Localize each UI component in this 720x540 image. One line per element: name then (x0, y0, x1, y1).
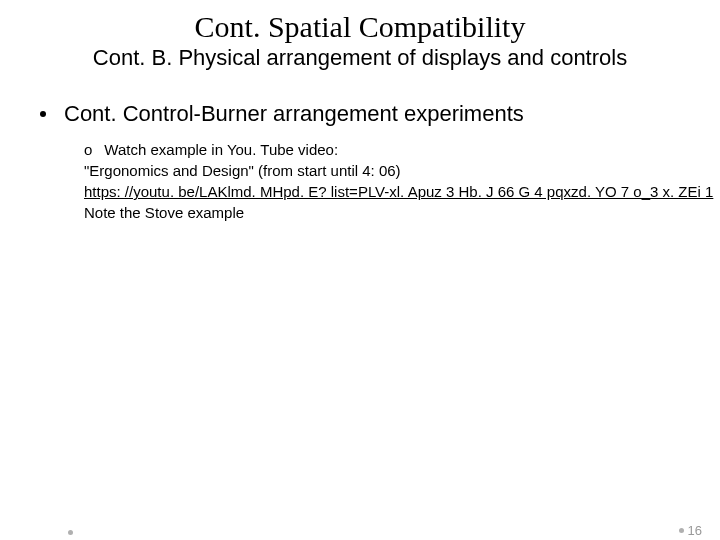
footer-left-dot-icon (68, 530, 73, 535)
slide-title: Cont. Spatial Compatibility (0, 10, 720, 43)
slide: Cont. Spatial Compatibility Cont. B. Phy… (0, 10, 720, 540)
link-text: https: //youtu. be/LAKlmd. MHpd. E? list… (84, 183, 713, 200)
slide-subtitle: Cont. B. Physical arrangement of display… (0, 45, 720, 71)
sub-line-4: Note the Stove example (84, 202, 720, 223)
sub-bullet-row: o Watch example in You. Tube video: (84, 139, 720, 160)
sub-bullet-marker: o (84, 139, 92, 160)
page-number: 16 (688, 523, 702, 538)
bullet-text-1: Cont. Control-Burner arrangement experim… (64, 101, 524, 127)
content-area: Cont. Control-Burner arrangement experim… (0, 101, 720, 223)
sub-line-1: Watch example in You. Tube video: (104, 139, 338, 160)
sub-line-2: "Ergonomics and Design" (from start unti… (84, 160, 720, 181)
footer-dot-icon (679, 528, 684, 533)
page-footer: 16 (679, 523, 702, 538)
video-link[interactable]: https: //youtu. be/LAKlmd. MHpd. E? list… (84, 181, 720, 202)
bullet-item-1: Cont. Control-Burner arrangement experim… (0, 101, 720, 127)
bullet-dot-icon (40, 111, 46, 117)
sub-content: o Watch example in You. Tube video: "Erg… (0, 139, 720, 223)
